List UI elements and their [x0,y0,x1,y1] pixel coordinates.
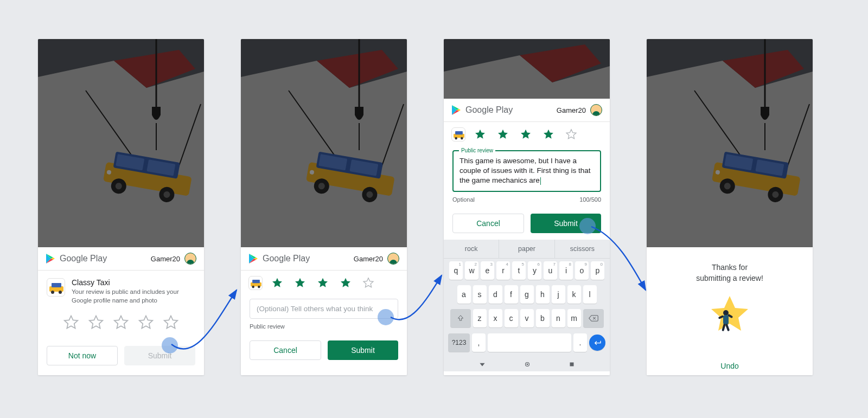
phone-screen-2: Google Play Gamer20 (Optional) Tell othe… [241,39,407,375]
svg-point-66 [723,310,729,316]
phone-screen-1: Google Play Gamer20 Classy Taxi Your rev… [38,39,204,375]
key-e[interactable]: 3e [481,261,494,280]
enter-key[interactable] [589,335,605,351]
star-2[interactable] [88,314,104,331]
key-a[interactable]: a [457,285,471,304]
star-3[interactable] [317,277,329,289]
star-1[interactable] [63,314,79,331]
key-k[interactable]: k [567,285,581,304]
brand-text: Google Play [263,254,310,263]
svg-point-46 [461,137,463,140]
play-store-icon [248,253,258,264]
char-counter: 100/500 [579,196,601,203]
key-s[interactable]: s [473,285,487,304]
key-z[interactable]: z [473,309,487,327]
thanks-illustration [705,293,754,337]
rating-stars[interactable] [241,271,407,299]
app-icon [248,276,263,290]
key-d[interactable]: d [489,285,502,304]
shift-key[interactable] [450,309,471,327]
shift-icon [457,314,464,322]
period-key[interactable]: . [573,333,587,352]
star-3[interactable] [520,128,532,140]
user-badge: Gamer20 [354,253,399,265]
key-q[interactable]: 1q [449,261,463,280]
star-2[interactable] [497,128,509,140]
submit-button-disabled: Submit [124,346,195,365]
key-v[interactable]: v [520,309,534,327]
nav-home-icon[interactable] [524,361,531,368]
app-icon [451,127,465,142]
svg-point-38 [252,286,254,288]
rating-stars[interactable] [38,308,204,340]
key-h[interactable]: h [536,285,550,304]
space-key[interactable] [488,333,571,352]
backspace-key[interactable] [583,309,604,327]
cancel-button[interactable]: Cancel [250,340,321,360]
key-x[interactable]: x [489,309,502,327]
star-3[interactable] [113,314,129,331]
key-b[interactable]: b [536,309,550,327]
svg-rect-17 [52,283,61,287]
submit-button[interactable]: Submit [531,214,601,233]
field-caption: Public review [250,323,285,330]
star-1[interactable] [474,128,486,140]
svg-rect-49 [570,362,573,366]
star-1[interactable] [271,277,283,289]
game-illustration [444,39,610,99]
optional-label: Optional [452,196,475,203]
app-info-row: Classy Taxi Your review is public and in… [38,271,204,308]
review-disclaimer: Your review is public and includes your … [72,288,195,305]
symbols-key[interactable]: ?123 [448,333,470,352]
star-5[interactable] [163,314,179,331]
user-badge: Gamer20 [151,253,196,265]
enter-icon [593,338,602,347]
key-g[interactable]: g [520,285,534,304]
nav-back-icon[interactable] [478,361,486,368]
rating-stars[interactable] [444,122,610,150]
play-store-icon [46,253,55,264]
star-5[interactable] [362,277,374,289]
user-badge: Gamer20 [557,104,602,116]
submit-button[interactable]: Submit [328,340,398,360]
key-w[interactable]: 2w [465,261,478,280]
thanks-line-2: submitting a review! [658,273,802,284]
suggestion-1[interactable]: rock [444,240,499,258]
star-4[interactable] [542,128,554,140]
key-r[interactable]: 4r [496,261,510,280]
key-y[interactable]: 6y [528,261,541,280]
not-now-button[interactable]: Not now [47,346,118,365]
star-2[interactable] [294,277,306,289]
app-name: Classy Taxi [72,278,195,287]
review-textarea[interactable]: Public review This game is awesome, but … [452,150,601,192]
cancel-button[interactable]: Cancel [452,214,524,233]
review-text: This game is awesome, but I have a coupl… [459,157,591,184]
key-m[interactable]: m [567,309,581,327]
svg-point-19 [59,291,62,294]
key-u[interactable]: 7u [544,261,557,280]
avatar-icon [387,253,399,265]
comma-key[interactable]: , [472,333,486,352]
star-4[interactable] [138,314,154,331]
key-l[interactable]: l [583,285,597,304]
brand-text: Google Play [465,105,513,115]
suggestion-3[interactable]: scissors [555,240,610,258]
review-input[interactable]: (Optional) Tell others what you think [250,299,398,319]
key-f[interactable]: f [505,285,518,304]
key-j[interactable]: j [552,285,565,304]
suggestion-2[interactable]: paper [499,240,554,258]
key-i[interactable]: 8i [559,261,573,280]
key-o[interactable]: 9o [575,261,589,280]
key-t[interactable]: 5t [512,261,526,280]
key-p[interactable]: 0p [591,261,604,280]
brand-text: Google Play [60,254,107,263]
nav-recent-icon[interactable] [569,361,575,368]
key-n[interactable]: n [552,309,565,327]
backspace-icon [589,314,598,322]
key-c[interactable]: c [505,309,518,327]
star-5[interactable] [565,128,577,140]
star-4[interactable] [340,277,352,289]
svg-point-39 [258,286,260,288]
undo-button[interactable]: Undo [647,355,813,375]
thanks-line-1: Thanks for [658,262,802,273]
